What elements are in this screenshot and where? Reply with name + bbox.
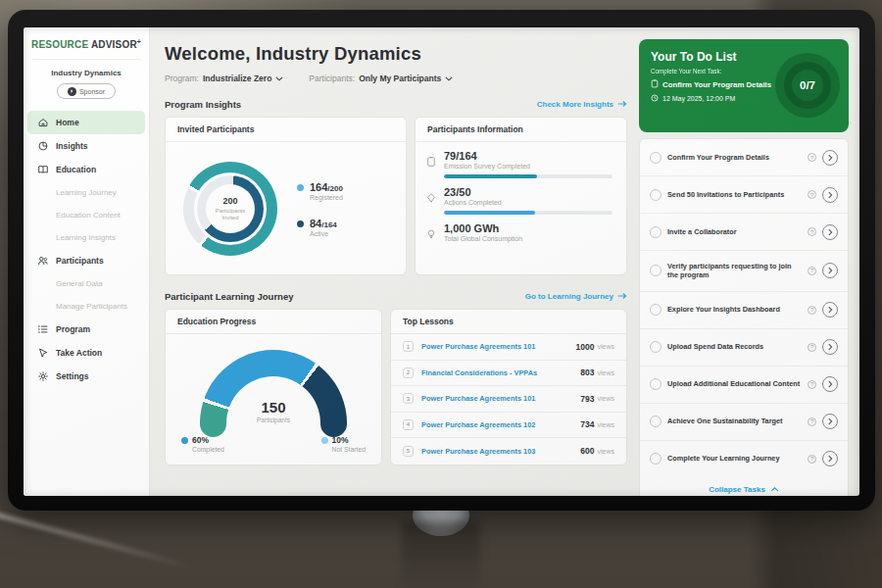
task-open-button[interactable]: [822, 150, 838, 166]
task-label: Invite a Collaborator: [667, 227, 802, 237]
help-icon[interactable]: ?: [808, 380, 816, 389]
lesson-views-suffix: views: [597, 421, 614, 428]
task-checkbox[interactable]: [650, 416, 662, 427]
legend-dot-registered: [297, 184, 304, 191]
task-label: Confirm Your Program Details: [667, 153, 802, 163]
lesson-title-link[interactable]: Power Purchase Agreements 101: [421, 394, 580, 403]
task-checkbox[interactable]: [650, 152, 662, 164]
gauge-center: 150 Participants: [200, 399, 347, 423]
lesson-title-link[interactable]: Power Purchase Agreements 102: [421, 420, 580, 429]
collapse-tasks-link[interactable]: Collapse Tasks: [640, 477, 848, 496]
task-checkbox[interactable]: [650, 378, 662, 390]
lesson-row: 1 Power Purchase Agreements 101 1000 vie…: [391, 334, 626, 361]
sidebar-item-label: General Data: [56, 279, 103, 288]
arrow-right-icon: [617, 292, 627, 302]
task-open-button[interactable]: [822, 263, 838, 278]
donut-center-label: Participants Invited: [211, 208, 250, 221]
task-row: Explore Your Insights Dashboard ?: [640, 292, 848, 329]
task-label: Verify participants requesting to join t…: [667, 262, 802, 281]
sidebar-item-label: Program: [56, 324, 90, 334]
task-row: Send 50 Invitations to Participants ?: [640, 176, 848, 214]
sponsor-badge[interactable]: Sponsor: [57, 83, 116, 99]
help-icon[interactable]: ?: [808, 227, 816, 236]
sidebar-item-insights[interactable]: Insights: [27, 134, 145, 158]
help-icon[interactable]: ?: [808, 417, 816, 426]
task-checkbox[interactable]: [650, 304, 662, 316]
task-checkbox[interactable]: [650, 265, 662, 276]
page-title: Welcome, Industry Dynamics: [165, 43, 627, 65]
check-more-insights-link[interactable]: Check More Insights: [537, 100, 627, 110]
gem-icon: [425, 190, 437, 202]
lesson-views: 600: [580, 446, 594, 456]
task-checkbox[interactable]: [650, 453, 662, 465]
sidebar-item-general-data[interactable]: General Data: [27, 272, 145, 295]
participants-dropdown[interactable]: Participants: Only My Participants: [309, 74, 453, 83]
go-to-learning-journey-link[interactable]: Go to Learning Journey: [525, 292, 627, 302]
sidebar-item-manage-participants[interactable]: Manage Participants: [27, 295, 145, 318]
task-checkbox[interactable]: [650, 341, 662, 353]
learning-journey-title: Participant Learning Journey: [165, 291, 293, 302]
list-icon: [37, 323, 49, 335]
sidebar-item-learning-journey[interactable]: Learning Journey: [27, 181, 145, 204]
help-icon[interactable]: ?: [808, 343, 816, 352]
task-open-button[interactable]: [822, 414, 838, 429]
top-lessons-card-title: Top Lessons: [391, 310, 626, 334]
program-dropdown[interactable]: Program: Industrialize Zero: [165, 74, 283, 83]
task-open-button[interactable]: [822, 302, 838, 318]
sidebar-item-program[interactable]: Program: [27, 318, 145, 341]
lesson-title-link[interactable]: Financial Considerations - VPPAs: [421, 368, 580, 377]
help-icon[interactable]: ?: [808, 190, 816, 199]
lesson-title-link[interactable]: Power Purchase Agreements 103: [421, 447, 580, 456]
help-icon[interactable]: ?: [808, 306, 816, 315]
gauge-center-label: Participants: [200, 416, 347, 423]
task-open-button[interactable]: [822, 451, 838, 466]
chevron-down-icon: [445, 74, 453, 83]
todo-panel: Your To Do List Complete Your Next Task:…: [639, 39, 849, 132]
main-content: Welcome, Industry Dynamics Program: Indu…: [165, 27, 627, 466]
legend-label-registered: Registered: [310, 194, 343, 201]
task-label: Upload Additional Educational Content: [667, 379, 802, 389]
task-open-button[interactable]: [822, 376, 838, 392]
sidebar-item-education[interactable]: Education: [27, 158, 145, 181]
task-row: Upload Additional Educational Content ?: [640, 367, 848, 404]
insights-icon: [37, 140, 49, 152]
task-checkbox[interactable]: [650, 189, 662, 201]
sidebar-item-learning-insights[interactable]: Learning Insights: [27, 226, 145, 249]
participants-dropdown-label: Participants:: [309, 74, 355, 83]
sidebar-item-label: Learning Journey: [56, 188, 117, 197]
sidebar-item-home[interactable]: Home: [27, 111, 145, 134]
task-open-button[interactable]: [822, 224, 838, 240]
education-progress-gauge-chart: 150 Participants: [200, 350, 347, 423]
task-checkbox[interactable]: [650, 226, 662, 238]
sidebar-item-settings[interactable]: Settings: [27, 365, 145, 388]
task-open-button[interactable]: [822, 187, 838, 203]
stat-label: Emission Survey Completed: [444, 163, 612, 170]
progress-fill: [444, 174, 537, 178]
lesson-title-link[interactable]: Power Purchase Agreements 101: [421, 342, 576, 351]
help-icon[interactable]: ?: [808, 455, 816, 464]
go-to-learning-journey-label: Go to Learning Journey: [525, 292, 613, 301]
stat-body: 79/164 Emission Survey Completed: [444, 150, 612, 178]
lesson-views: 1000: [576, 342, 595, 352]
help-icon[interactable]: ?: [808, 267, 816, 275]
help-icon[interactable]: ?: [808, 153, 816, 162]
clipboard-icon: [651, 79, 659, 90]
stat-label: Total Global Consumption: [444, 235, 612, 242]
lesson-views-suffix: views: [597, 448, 614, 455]
sidebar-item-education-content[interactable]: Education Content: [27, 204, 145, 226]
legend-text-registered: 164/200 Registered: [310, 181, 343, 201]
lesson-rank: 5: [403, 446, 414, 457]
lesson-views: 734: [580, 419, 594, 429]
sidebar-nav: Home Insights Education Learning Journey…: [24, 111, 149, 388]
lesson-views: 793: [580, 394, 594, 404]
participants-information-card: Participants Information 79/164 Emission…: [415, 117, 627, 275]
chevron-down-icon: [275, 74, 283, 83]
legend-item-registered: 164/200 Registered: [297, 181, 343, 201]
task-label: Upload Spend Data Records: [667, 342, 802, 352]
legend-value-active: 84/164: [310, 218, 337, 229]
task-open-button[interactable]: [822, 339, 838, 355]
lesson-rank: 2: [403, 368, 414, 378]
sidebar-item-take-action[interactable]: Take Action: [27, 341, 145, 365]
todo-column: Your To Do List Complete Your Next Task:…: [639, 39, 849, 496]
sidebar-item-participants[interactable]: Participants: [27, 249, 145, 272]
